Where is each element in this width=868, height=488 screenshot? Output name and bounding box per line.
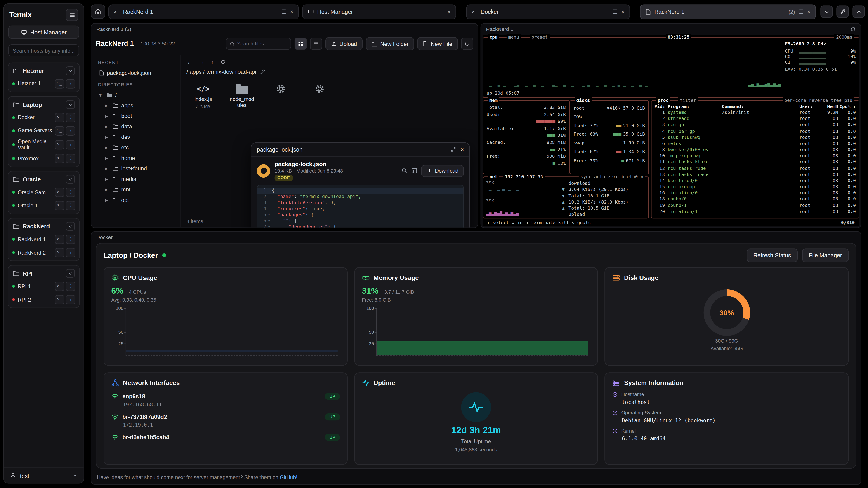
directory-item[interactable]: ▸ boot (91, 111, 180, 121)
process-row[interactable]: 8 kworker/0:0H-ev root 0B 0.0 (651, 147, 859, 153)
host-item[interactable]: RackNerd 2 >_ ⋮ (10, 246, 78, 259)
group-header[interactable]: RackNerd (10, 220, 78, 232)
terminal-screen[interactable]: cpu menu preset 03:31:25 2000ms ▁▂▁▁▃▁▂▁… (483, 35, 859, 226)
sidebar-footer[interactable]: test (4, 467, 84, 483)
edit-path-icon[interactable] (260, 69, 265, 74)
upload-button[interactable]: Upload (326, 37, 363, 51)
host-terminal-button[interactable]: >_ (55, 281, 64, 291)
host-terminal-button[interactable]: >_ (55, 79, 64, 88)
new-file-button[interactable]: New File (417, 37, 458, 51)
file-item-indexjs[interactable]: </> index.js 4.3 KB (186, 83, 220, 109)
host-terminal-button[interactable]: >_ (55, 295, 64, 304)
tab-racknerd1-terminal[interactable]: >_ RackNerd 1 × (108, 4, 299, 19)
directory-item[interactable]: ▸ etc (91, 142, 180, 153)
github-link[interactable]: GitHub! (280, 474, 298, 480)
hamburger-menu-button[interactable] (66, 9, 78, 21)
refresh-button[interactable] (461, 38, 473, 50)
host-item[interactable]: Game Servers >_ ⋮ (10, 124, 78, 137)
file-search[interactable] (226, 38, 291, 50)
host-search-input[interactable] (13, 47, 84, 53)
chevron-down-icon[interactable] (66, 66, 74, 75)
up-button[interactable]: ↑ (211, 59, 214, 65)
host-item[interactable]: Proxmox >_ ⋮ (10, 152, 78, 165)
host-terminal-button[interactable]: >_ (55, 140, 64, 149)
tab-docker[interactable]: >_ Docker × (466, 4, 630, 19)
view-mode-icon[interactable] (411, 168, 417, 174)
close-icon[interactable]: × (290, 8, 293, 15)
process-row[interactable]: 13 rcu_tasks_trace root 0B 0.0 (651, 171, 859, 177)
host-item[interactable]: RackNerd 1 >_ ⋮ (10, 232, 78, 246)
process-row[interactable]: 18 cpuhp/0 root 0B 0.0 (651, 196, 859, 202)
host-menu-button[interactable]: ⋮ (66, 187, 75, 197)
directory-item[interactable]: ▸ data (91, 121, 180, 132)
directory-item[interactable]: ▸ dev (91, 132, 180, 142)
group-header[interactable]: RPI (10, 267, 78, 280)
close-icon[interactable]: × (461, 147, 464, 153)
expand-icon[interactable] (451, 147, 456, 152)
host-menu-button[interactable]: ⋮ (66, 154, 75, 163)
split-view-icon[interactable] (798, 9, 804, 14)
directory-item[interactable]: ▸ media (91, 174, 180, 184)
process-list[interactable]: 1 systemd /sbin/init root 9.2M 0.0 2 kth… (651, 109, 859, 215)
host-search[interactable] (8, 44, 79, 57)
collapse-button[interactable] (852, 5, 865, 18)
directory-item[interactable]: ▸ lost+found (91, 163, 180, 174)
host-menu-button[interactable]: ⋮ (66, 281, 75, 291)
chevron-down-icon[interactable] (66, 175, 74, 184)
process-row[interactable]: 11 rcu_tasks_kthre root 0B 0.0 (651, 159, 859, 165)
process-row[interactable]: 4 rcu_par_gp root 0B 0.0 (651, 128, 859, 134)
list-view-button[interactable] (310, 38, 322, 50)
tools-button[interactable] (836, 5, 848, 18)
host-item[interactable]: RPI 1 >_ ⋮ (10, 280, 78, 293)
group-header[interactable]: Laptop (10, 98, 78, 111)
host-menu-button[interactable]: ⋮ (66, 79, 75, 88)
file-item-config-2[interactable] (303, 83, 336, 109)
process-row[interactable]: 12 rcu_tasks_rude_ root 0B 0.0 (651, 165, 859, 171)
process-row[interactable]: 15 rcu_preempt root 0B 0.0 (651, 184, 859, 190)
process-row[interactable]: 10 mm_percpu_wq root 0B 0.0 (651, 153, 859, 159)
refresh-path-button[interactable] (220, 59, 225, 65)
host-menu-button[interactable]: ⋮ (66, 234, 75, 244)
host-menu-button[interactable]: ⋮ (66, 295, 75, 304)
group-header[interactable]: Hetzner (10, 65, 78, 77)
host-item[interactable]: Oracle 1 >_ ⋮ (10, 199, 78, 212)
host-terminal-button[interactable]: >_ (55, 248, 64, 257)
process-row[interactable]: 6 netns root 0B 0.0 (651, 140, 859, 147)
chevron-down-icon[interactable] (66, 269, 74, 278)
new-folder-button[interactable]: New Folder (366, 37, 414, 51)
directory-item[interactable]: ▸ home (91, 153, 180, 163)
host-terminal-button[interactable]: >_ (55, 201, 64, 210)
host-menu-button[interactable]: ⋮ (66, 201, 75, 210)
chevron-down-icon[interactable] (66, 222, 74, 231)
tree-root[interactable]: ▾ / (91, 90, 180, 100)
close-icon[interactable]: × (447, 8, 451, 15)
group-header[interactable]: Oracle (10, 173, 78, 186)
file-search-input[interactable] (237, 41, 287, 46)
directory-item[interactable]: ▸ apps (91, 100, 180, 111)
host-menu-button[interactable]: ⋮ (66, 140, 75, 149)
host-menu-button[interactable]: ⋮ (66, 126, 75, 135)
process-row[interactable]: 3 rcu_gp root 0B 0.0 (651, 122, 859, 128)
tab-list-dropdown-button[interactable] (820, 5, 833, 18)
refresh-status-button[interactable]: Refresh Status (747, 249, 798, 262)
process-row[interactable]: 5 slub_flushwq root 0B 0.0 (651, 134, 859, 140)
file-item-config[interactable] (264, 83, 297, 109)
close-icon[interactable]: × (807, 8, 811, 15)
file-manager-button[interactable]: File Manager (802, 249, 848, 262)
breadcrumb-path[interactable]: / apps / termix-download-api (186, 69, 256, 75)
host-terminal-button[interactable]: >_ (55, 112, 64, 122)
host-item[interactable]: RPI 2 >_ ⋮ (10, 293, 78, 306)
split-view-icon[interactable] (612, 9, 618, 14)
process-row[interactable]: 20 migration/1 root 0B 0.0 (651, 208, 859, 215)
host-item[interactable]: Oracle Sam >_ ⋮ (10, 186, 78, 199)
process-row[interactable]: 16 migration/0 root 0B 0.0 (651, 190, 859, 196)
process-row[interactable]: 14 ksoftirqd/0 root 0B 0.0 (651, 177, 859, 184)
back-button[interactable]: ← (186, 59, 193, 65)
grid-view-button[interactable] (294, 38, 307, 50)
download-button[interactable]: Download (421, 165, 464, 177)
search-in-file-icon[interactable] (401, 168, 407, 174)
host-terminal-button[interactable]: >_ (55, 187, 64, 197)
tab-host-manager[interactable]: Host Manager × (302, 4, 456, 19)
host-item[interactable]: Open Media Vault >_ ⋮ (10, 137, 78, 152)
host-terminal-button[interactable]: >_ (55, 154, 64, 163)
